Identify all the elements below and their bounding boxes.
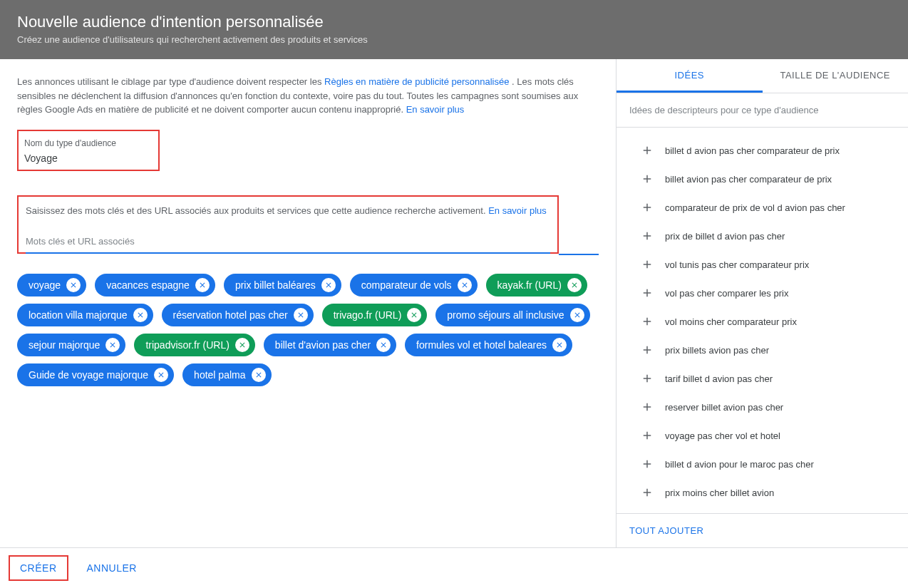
close-icon[interactable]	[570, 308, 584, 322]
idea-text: voyage pas cher vol et hotel	[665, 430, 780, 441]
idea-row[interactable]: prix moins cher billet avion	[641, 478, 888, 507]
chip-keyword[interactable]: sejour majorque	[17, 334, 125, 356]
idea-row[interactable]: tarif billet d avion pas cher	[641, 364, 888, 393]
chip-keyword[interactable]: hotel palma	[182, 363, 271, 386]
plus-icon	[641, 144, 654, 157]
close-icon[interactable]	[321, 278, 336, 292]
chip-keyword[interactable]: promo séjours all inclusive	[435, 304, 589, 326]
plus-icon	[641, 172, 654, 185]
idea-row[interactable]: reserver billet avion pas cher	[641, 393, 888, 421]
idea-text: vol moins cher comparateur prix	[665, 316, 797, 327]
chip-keyword[interactable]: billet d'avion pas cher	[264, 334, 396, 356]
add-all-button[interactable]: TOUT AJOUTER	[616, 513, 908, 547]
idea-text: vol tunis pas cher comparateur prix	[665, 259, 809, 270]
policy-notice: Les annonces utilisant le ciblage par ty…	[17, 75, 587, 117]
plus-icon	[641, 315, 654, 328]
chip-label: comparateur de vols	[361, 279, 452, 291]
chip-keyword[interactable]: Guide de voyage majorque	[17, 363, 174, 386]
idea-row[interactable]: vol moins cher comparateur prix	[641, 307, 888, 336]
plus-icon	[641, 229, 654, 242]
chip-label: promo séjours all inclusive	[447, 309, 564, 321]
chip-keyword[interactable]: vacances espagne	[95, 274, 215, 296]
keywords-url-input[interactable]	[26, 236, 550, 254]
learn-more-link[interactable]: En savoir plus	[406, 104, 465, 115]
audience-name-field[interactable]: Nom du type d'audience	[17, 130, 160, 171]
chip-label: sejour majorque	[29, 339, 100, 351]
keywords-section: Saisissez des mots clés et des URL assoc…	[17, 195, 559, 254]
close-icon[interactable]	[376, 338, 391, 352]
idea-row[interactable]: vol pas cher comparer les prix	[641, 279, 888, 307]
create-button[interactable]: CRÉER	[9, 555, 68, 581]
keywords-learn-more-link[interactable]: En savoir plus	[488, 205, 547, 216]
chip-label: Guide de voyage majorque	[29, 369, 148, 381]
chip-keyword[interactable]: comparateur de vols	[350, 274, 478, 296]
chip-url[interactable]: trivago.fr (URL)	[322, 304, 428, 326]
chip-url[interactable]: kayak.fr (URL)	[486, 274, 587, 296]
idea-row[interactable]: vol tunis pas cher comparateur prix	[641, 250, 888, 279]
chip-url[interactable]: tripadvisor.fr (URL)	[134, 334, 254, 356]
chip-label: prix billet baléares	[235, 279, 316, 291]
plus-icon	[641, 429, 654, 442]
chip-keyword[interactable]: voyage	[17, 274, 86, 296]
right-panel: IDÉES TAILLE DE L'AUDIENCE Idées de desc…	[616, 59, 908, 547]
chips-container: voyagevacances espagneprix billet baléar…	[17, 274, 594, 386]
close-icon[interactable]	[458, 278, 472, 292]
dialog-title: Nouvelle audience d'intention personnali…	[17, 13, 891, 31]
close-icon[interactable]	[235, 338, 249, 352]
plus-icon	[641, 372, 654, 385]
idea-text: reserver billet avion pas cher	[665, 402, 783, 413]
chip-keyword[interactable]: prix billet baléares	[224, 274, 341, 296]
idea-text: prix moins cher billet avion	[665, 488, 774, 498]
chip-label: kayak.fr (URL)	[497, 279, 562, 291]
tab-ideas[interactable]: IDÉES	[616, 59, 763, 93]
chip-keyword[interactable]: réservation hotel pas cher	[162, 304, 314, 326]
plus-icon	[641, 458, 654, 470]
close-icon[interactable]	[154, 368, 168, 382]
close-icon[interactable]	[66, 278, 81, 292]
left-panel: Les annonces utilisant le ciblage par ty…	[0, 59, 616, 547]
ideas-hint: Idées de descripteurs pour ce type d'aud…	[616, 93, 908, 128]
idea-text: prix de billet d avion pas cher	[665, 231, 785, 242]
idea-row[interactable]: billet avion pas cher comparateur de pri…	[641, 165, 888, 193]
close-icon[interactable]	[294, 308, 308, 322]
dialog-footer: CRÉER ANNULER	[0, 547, 908, 588]
idea-text: comparateur de prix de vol d avion pas c…	[665, 202, 845, 213]
plus-icon	[641, 258, 654, 271]
idea-row[interactable]: voyage pas cher vol et hotel	[641, 421, 888, 450]
plus-icon	[641, 201, 654, 214]
chip-label: réservation hotel pas cher	[173, 309, 288, 321]
plus-icon	[641, 401, 654, 413]
idea-row[interactable]: billet d avion pour le maroc pas cher	[641, 450, 888, 478]
dialog-header: Nouvelle audience d'intention personnali…	[0, 0, 908, 59]
idea-text: tarif billet d avion pas cher	[665, 373, 773, 384]
close-icon[interactable]	[195, 278, 210, 292]
idea-row[interactable]: prix de billet d avion pas cher	[641, 222, 888, 250]
idea-row[interactable]: prix billets avion pas cher	[641, 336, 888, 364]
dialog-subtitle: Créez une audience d'utilisateurs qui re…	[17, 34, 891, 45]
idea-text: billet d avion pas cher comparateur de p…	[665, 145, 840, 156]
close-icon[interactable]	[567, 278, 582, 292]
close-icon[interactable]	[105, 338, 120, 352]
chip-keyword[interactable]: location villa majorque	[17, 304, 153, 326]
audience-name-input[interactable]	[24, 153, 153, 164]
chip-label: trivago.fr (URL)	[334, 309, 402, 321]
keywords-instruction: Saisissez des mots clés et des URL assoc…	[26, 205, 550, 216]
cancel-button[interactable]: ANNULER	[77, 555, 147, 581]
idea-row[interactable]: billet d avion pas cher comparateur de p…	[641, 136, 888, 165]
close-icon[interactable]	[133, 308, 148, 322]
idea-row[interactable]: comparateur de prix de vol d avion pas c…	[641, 193, 888, 222]
policy-link[interactable]: Règles en matière de publicité personnal…	[324, 76, 509, 87]
chip-label: voyage	[29, 279, 61, 291]
chip-label: vacances espagne	[106, 279, 190, 291]
chip-keyword[interactable]: formules vol et hotel baleares	[405, 334, 572, 356]
close-icon[interactable]	[252, 368, 266, 382]
idea-text: prix billets avion pas cher	[665, 345, 769, 356]
chip-label: billet d'avion pas cher	[275, 339, 371, 351]
ideas-list[interactable]: billet d avion pas cher comparateur de p…	[616, 128, 908, 513]
idea-text: vol pas cher comparer les prix	[665, 288, 788, 299]
close-icon[interactable]	[552, 338, 567, 352]
chip-label: tripadvisor.fr (URL)	[145, 339, 229, 351]
close-icon[interactable]	[407, 308, 421, 322]
tab-audience-size[interactable]: TAILLE DE L'AUDIENCE	[763, 59, 909, 93]
right-tabs: IDÉES TAILLE DE L'AUDIENCE	[616, 59, 908, 93]
